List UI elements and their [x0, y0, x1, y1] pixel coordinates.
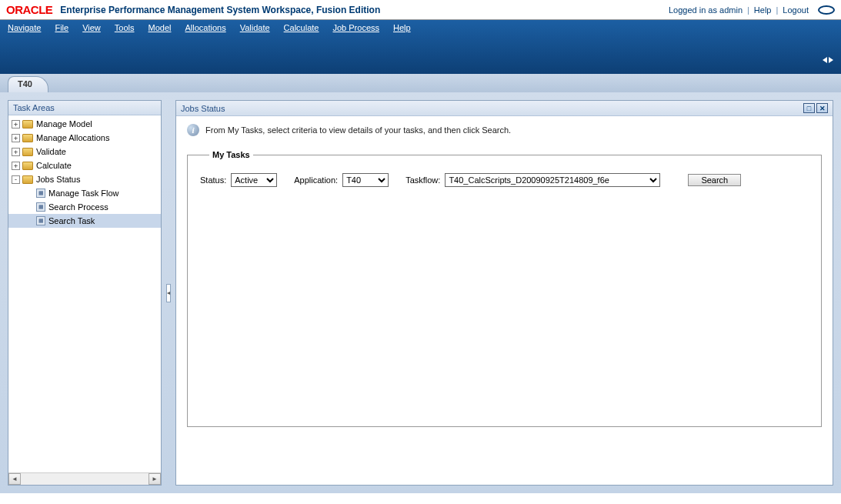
info-row: i From My Tasks, select criteria to view… [187, 124, 822, 136]
splitter-handle-icon[interactable]: ◄ [166, 284, 171, 302]
footer [0, 493, 841, 504]
tab-nav-arrows [823, 57, 833, 63]
close-button[interactable]: ✕ [816, 103, 828, 113]
tree-item-label: Manage Task Flow [48, 189, 119, 198]
folder-icon [22, 175, 33, 184]
my-tasks-fieldset: My Tasks Status: Active Application: T40… [187, 150, 822, 427]
sidebar-scrollbar: ◄ ► [8, 472, 161, 485]
application-label: Application: [294, 175, 338, 185]
menu-job-process[interactable]: Job Process [332, 23, 379, 32]
scroll-right-icon[interactable]: ► [149, 473, 161, 485]
application-select[interactable]: T40 [342, 173, 389, 187]
expand-icon[interactable]: + [12, 162, 20, 170]
spacer [25, 189, 34, 198]
leaf-flow-icon: ▦ [36, 189, 45, 198]
main-panel: Jobs Status □ ✕ i From My Tasks, select … [175, 100, 833, 486]
tree-item-label: Validate [36, 147, 66, 156]
spacer [25, 217, 34, 225]
menu-items: Navigate File View Tools Model Allocatio… [8, 23, 833, 32]
main-title-text: Jobs Status [181, 104, 225, 113]
menu-calculate[interactable]: Calculate [284, 23, 319, 32]
separator: | [747, 5, 749, 15]
menu-allocations[interactable]: Allocations [185, 23, 225, 32]
menu-navigate[interactable]: Navigate [8, 23, 41, 32]
tree-item-jobs-status[interactable]: -Jobs Status [8, 172, 161, 186]
search-button[interactable]: Search [688, 174, 741, 186]
logout-link[interactable]: Logout [783, 5, 809, 15]
sidebar: Task Areas +Manage Model+Manage Allocati… [8, 100, 162, 486]
tree-item-label: Manage Model [36, 119, 92, 129]
tree-item-label: Search Process [48, 202, 108, 212]
task-areas-tree: +Manage Model+Manage Allocations+Validat… [8, 115, 161, 472]
menu-view[interactable]: View [82, 23, 101, 32]
folder-icon [22, 120, 33, 129]
tree-item-label: Search Task [48, 216, 95, 225]
tab-t40[interactable]: T40 [8, 76, 48, 92]
splitter[interactable]: ◄ [166, 100, 171, 486]
tab-prev-icon[interactable] [823, 57, 827, 63]
status-label: Status: [200, 175, 226, 185]
folder-icon [22, 148, 33, 156]
folder-icon [22, 134, 33, 142]
scroll-left-icon[interactable]: ◄ [8, 473, 21, 485]
window-controls: □ ✕ [803, 103, 828, 113]
app-title: Enterprise Performance Management System… [60, 5, 380, 15]
tree-item-validate[interactable]: +Validate [8, 145, 161, 159]
separator: | [776, 5, 778, 15]
status-select[interactable]: Active [231, 173, 277, 187]
fieldset-legend: My Tasks [209, 150, 253, 159]
menu-file[interactable]: File [55, 23, 68, 32]
menubar: Navigate File View Tools Model Allocatio… [0, 20, 841, 74]
tree-item-search-process[interactable]: ▦Search Process [8, 200, 161, 214]
scroll-track[interactable] [21, 473, 149, 485]
menu-validate[interactable]: Validate [240, 23, 270, 32]
leaf-task-icon: ▦ [36, 216, 45, 225]
maximize-button[interactable]: □ [803, 103, 815, 113]
tree-item-search-task[interactable]: ▦Search Task [8, 214, 161, 228]
info-icon: i [187, 124, 199, 136]
oracle-logo: ORACLE [6, 3, 52, 16]
main-body: i From My Tasks, select criteria to view… [176, 116, 833, 485]
tab-strip: T40 [0, 74, 841, 92]
taskflow-select[interactable]: T40_CalcScripts_D20090925T214809_f6e [445, 173, 660, 187]
tree-item-manage-model[interactable]: +Manage Model [8, 117, 161, 131]
tab-next-icon[interactable] [829, 57, 833, 63]
folder-icon [22, 162, 33, 170]
tree-item-label: Jobs Status [36, 175, 80, 184]
tree-item-calculate[interactable]: +Calculate [8, 159, 161, 172]
logged-in-label: Logged in as admin [669, 5, 743, 15]
taskflow-label: Taskflow: [405, 175, 440, 185]
expand-icon[interactable]: + [12, 134, 20, 142]
app-header: ORACLE Enterprise Performance Management… [0, 0, 841, 20]
tree-item-label: Manage Allocations [36, 133, 109, 142]
expand-icon[interactable]: + [12, 120, 20, 129]
menu-model[interactable]: Model [149, 23, 172, 32]
oval-icon [818, 5, 835, 15]
menu-help[interactable]: Help [393, 23, 411, 32]
menu-tools[interactable]: Tools [115, 23, 135, 32]
collapse-icon[interactable]: - [12, 175, 20, 184]
spacer [25, 203, 34, 212]
expand-icon[interactable]: + [12, 148, 20, 156]
tree-item-manage-allocations[interactable]: +Manage Allocations [8, 131, 161, 145]
sidebar-title: Task Areas [8, 101, 161, 115]
search-criteria: Status: Active Application: T40 Taskflow… [200, 173, 809, 187]
workspace: Task Areas +Manage Model+Manage Allocati… [0, 92, 841, 493]
leaf-search-icon: ▦ [36, 202, 45, 212]
info-text: From My Tasks, select criteria to view d… [205, 125, 511, 135]
tree-item-manage-task-flow[interactable]: ▦Manage Task Flow [8, 186, 161, 200]
main-panel-title: Jobs Status □ ✕ [176, 101, 833, 116]
tree-item-label: Calculate [36, 161, 72, 170]
header-right: Logged in as admin | Help | Logout [669, 5, 835, 15]
help-link[interactable]: Help [754, 5, 772, 15]
